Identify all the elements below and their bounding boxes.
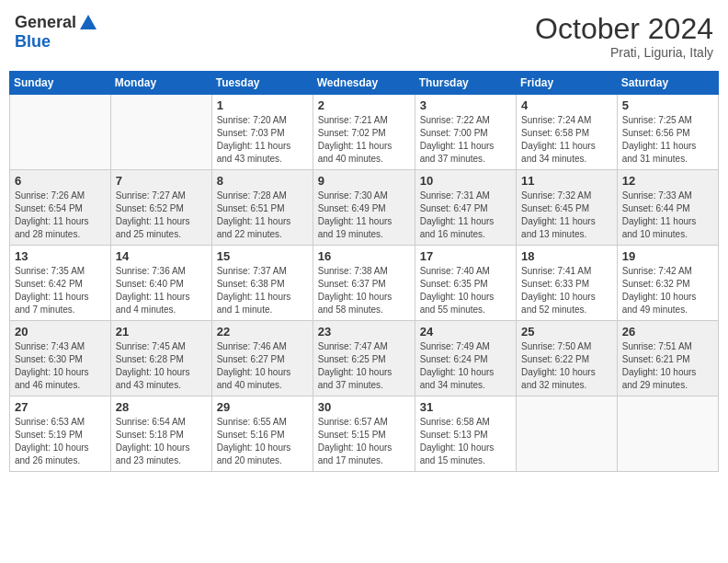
day-number: 28 <box>116 400 207 414</box>
day-detail: Sunrise: 7:41 AM Sunset: 6:33 PM Dayligh… <box>521 265 612 316</box>
calendar-cell: 2Sunrise: 7:21 AM Sunset: 7:02 PM Daylig… <box>313 95 415 170</box>
calendar-cell: 4Sunrise: 7:24 AM Sunset: 6:58 PM Daylig… <box>517 95 618 170</box>
calendar-cell: 24Sunrise: 7:49 AM Sunset: 6:24 PM Dayli… <box>415 321 516 396</box>
day-number: 31 <box>420 400 511 414</box>
day-detail: Sunrise: 7:47 AM Sunset: 6:25 PM Dayligh… <box>318 340 410 392</box>
calendar-cell: 19Sunrise: 7:42 AM Sunset: 6:32 PM Dayli… <box>617 246 718 321</box>
calendar-table: SundayMondayTuesdayWednesdayThursdayFrid… <box>9 71 719 472</box>
day-number: 11 <box>521 174 612 188</box>
calendar-cell: 30Sunrise: 6:57 AM Sunset: 5:15 PM Dayli… <box>313 396 415 472</box>
calendar-cell: 23Sunrise: 7:47 AM Sunset: 6:25 PM Dayli… <box>313 321 415 396</box>
day-number: 24 <box>420 325 511 339</box>
weekday-header-wednesday: Wednesday <box>313 72 415 95</box>
calendar-cell: 15Sunrise: 7:37 AM Sunset: 6:38 PM Dayli… <box>211 246 313 321</box>
day-number: 25 <box>521 325 612 339</box>
calendar-cell: 14Sunrise: 7:36 AM Sunset: 6:40 PM Dayli… <box>110 246 211 321</box>
calendar-cell: 7Sunrise: 7:27 AM Sunset: 6:52 PM Daylig… <box>110 170 211 246</box>
day-detail: Sunrise: 7:21 AM Sunset: 7:02 PM Dayligh… <box>318 114 410 166</box>
title-block: October 2024 Prati, Liguria, Italy <box>535 13 713 60</box>
logo-blue: Blue <box>15 33 98 52</box>
day-detail: Sunrise: 7:33 AM Sunset: 6:44 PM Dayligh… <box>622 190 713 241</box>
day-number: 27 <box>15 400 106 414</box>
calendar-cell: 1Sunrise: 7:20 AM Sunset: 7:03 PM Daylig… <box>211 95 313 170</box>
weekday-header-row: SundayMondayTuesdayWednesdayThursdayFrid… <box>10 72 719 95</box>
calendar-cell: 16Sunrise: 7:38 AM Sunset: 6:37 PM Dayli… <box>313 246 415 321</box>
weekday-header-saturday: Saturday <box>617 72 718 95</box>
calendar-cell: 27Sunrise: 6:53 AM Sunset: 5:19 PM Dayli… <box>10 396 111 472</box>
day-detail: Sunrise: 7:31 AM Sunset: 6:47 PM Dayligh… <box>420 190 511 241</box>
day-detail: Sunrise: 7:45 AM Sunset: 6:28 PM Dayligh… <box>116 340 207 392</box>
day-detail: Sunrise: 7:50 AM Sunset: 6:22 PM Dayligh… <box>521 340 612 392</box>
day-number: 3 <box>420 98 511 112</box>
day-number: 6 <box>15 174 106 188</box>
calendar-cell: 20Sunrise: 7:43 AM Sunset: 6:30 PM Dayli… <box>10 321 111 396</box>
day-number: 1 <box>217 98 308 112</box>
weekday-header-monday: Monday <box>110 72 211 95</box>
day-number: 14 <box>116 249 207 263</box>
day-number: 17 <box>420 249 511 263</box>
day-detail: Sunrise: 6:58 AM Sunset: 5:13 PM Dayligh… <box>420 416 511 467</box>
day-number: 5 <box>622 98 713 112</box>
calendar-cell <box>110 95 211 170</box>
location-subtitle: Prati, Liguria, Italy <box>535 45 713 60</box>
calendar-cell: 25Sunrise: 7:50 AM Sunset: 6:22 PM Dayli… <box>517 321 618 396</box>
day-detail: Sunrise: 7:38 AM Sunset: 6:37 PM Dayligh… <box>318 265 410 316</box>
day-detail: Sunrise: 7:40 AM Sunset: 6:35 PM Dayligh… <box>420 265 511 316</box>
day-number: 16 <box>318 249 410 263</box>
svg-marker-0 <box>80 15 97 29</box>
day-detail: Sunrise: 7:46 AM Sunset: 6:27 PM Dayligh… <box>217 340 308 392</box>
calendar-cell: 22Sunrise: 7:46 AM Sunset: 6:27 PM Dayli… <box>211 321 313 396</box>
logo: General Blue <box>15 13 98 52</box>
weekday-header-thursday: Thursday <box>415 72 516 95</box>
calendar-cell: 29Sunrise: 6:55 AM Sunset: 5:16 PM Dayli… <box>211 396 313 472</box>
day-number: 18 <box>521 249 612 263</box>
calendar-cell: 13Sunrise: 7:35 AM Sunset: 6:42 PM Dayli… <box>10 246 111 321</box>
day-detail: Sunrise: 7:24 AM Sunset: 6:58 PM Dayligh… <box>521 114 612 166</box>
day-number: 7 <box>116 174 207 188</box>
day-detail: Sunrise: 6:57 AM Sunset: 5:15 PM Dayligh… <box>318 416 410 467</box>
day-detail: Sunrise: 7:36 AM Sunset: 6:40 PM Dayligh… <box>116 265 207 316</box>
calendar-cell: 28Sunrise: 6:54 AM Sunset: 5:18 PM Dayli… <box>110 396 211 472</box>
logo-general: General <box>15 14 76 32</box>
calendar-cell: 8Sunrise: 7:28 AM Sunset: 6:51 PM Daylig… <box>211 170 313 246</box>
weekday-header-tuesday: Tuesday <box>211 72 313 95</box>
calendar-cell: 6Sunrise: 7:26 AM Sunset: 6:54 PM Daylig… <box>10 170 111 246</box>
day-number: 13 <box>15 249 106 263</box>
calendar-cell: 21Sunrise: 7:45 AM Sunset: 6:28 PM Dayli… <box>110 321 211 396</box>
weekday-header-friday: Friday <box>517 72 618 95</box>
calendar-cell: 9Sunrise: 7:30 AM Sunset: 6:49 PM Daylig… <box>313 170 415 246</box>
day-number: 8 <box>217 174 308 188</box>
day-detail: Sunrise: 7:43 AM Sunset: 6:30 PM Dayligh… <box>15 340 106 392</box>
calendar-week-row: 27Sunrise: 6:53 AM Sunset: 5:19 PM Dayli… <box>10 396 719 472</box>
day-detail: Sunrise: 6:54 AM Sunset: 5:18 PM Dayligh… <box>116 416 207 467</box>
calendar-cell: 26Sunrise: 7:51 AM Sunset: 6:21 PM Dayli… <box>617 321 718 396</box>
calendar-week-row: 1Sunrise: 7:20 AM Sunset: 7:03 PM Daylig… <box>10 95 719 170</box>
day-detail: Sunrise: 7:49 AM Sunset: 6:24 PM Dayligh… <box>420 340 511 392</box>
calendar-week-row: 20Sunrise: 7:43 AM Sunset: 6:30 PM Dayli… <box>10 321 719 396</box>
day-number: 29 <box>217 400 308 414</box>
day-number: 26 <box>622 325 713 339</box>
calendar-cell: 17Sunrise: 7:40 AM Sunset: 6:35 PM Dayli… <box>415 246 516 321</box>
day-number: 4 <box>521 98 612 112</box>
calendar-cell <box>617 396 718 472</box>
page-header: General Blue October 2024 Prati, Liguria… <box>9 9 719 63</box>
day-detail: Sunrise: 7:20 AM Sunset: 7:03 PM Dayligh… <box>217 114 308 166</box>
day-detail: Sunrise: 7:35 AM Sunset: 6:42 PM Dayligh… <box>15 265 106 316</box>
day-detail: Sunrise: 7:28 AM Sunset: 6:51 PM Dayligh… <box>217 190 308 241</box>
day-detail: Sunrise: 7:37 AM Sunset: 6:38 PM Dayligh… <box>217 265 308 316</box>
day-number: 23 <box>318 325 410 339</box>
calendar-cell: 3Sunrise: 7:22 AM Sunset: 7:00 PM Daylig… <box>415 95 516 170</box>
calendar-cell <box>517 396 618 472</box>
weekday-header-sunday: Sunday <box>10 72 111 95</box>
calendar-cell: 18Sunrise: 7:41 AM Sunset: 6:33 PM Dayli… <box>517 246 618 321</box>
logo-icon <box>78 13 98 33</box>
calendar-cell: 12Sunrise: 7:33 AM Sunset: 6:44 PM Dayli… <box>617 170 718 246</box>
calendar-cell: 10Sunrise: 7:31 AM Sunset: 6:47 PM Dayli… <box>415 170 516 246</box>
day-detail: Sunrise: 6:53 AM Sunset: 5:19 PM Dayligh… <box>15 416 106 467</box>
day-detail: Sunrise: 7:22 AM Sunset: 7:00 PM Dayligh… <box>420 114 511 166</box>
calendar-week-row: 13Sunrise: 7:35 AM Sunset: 6:42 PM Dayli… <box>10 246 719 321</box>
day-number: 21 <box>116 325 207 339</box>
day-detail: Sunrise: 7:30 AM Sunset: 6:49 PM Dayligh… <box>318 190 410 241</box>
day-number: 15 <box>217 249 308 263</box>
day-number: 2 <box>318 98 410 112</box>
